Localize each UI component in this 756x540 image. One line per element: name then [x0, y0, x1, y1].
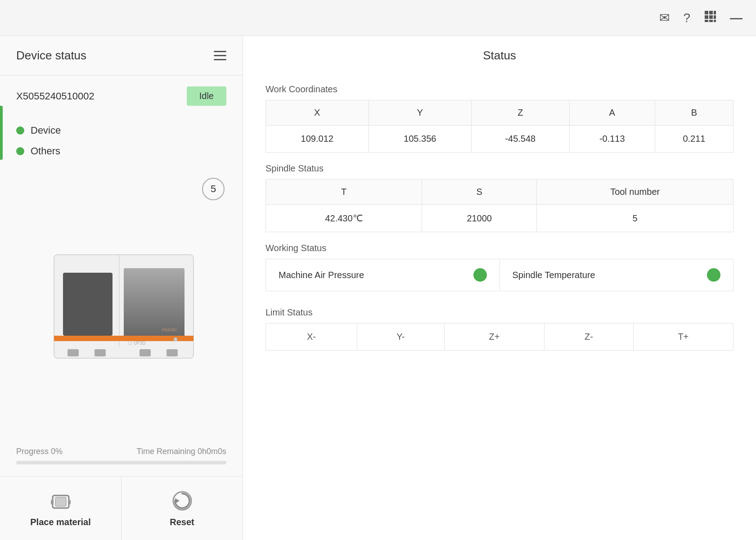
svg-rect-6 [705, 20, 708, 22]
count-badge: 5 [202, 178, 225, 200]
svg-marker-27 [175, 498, 180, 504]
svg-rect-20 [166, 349, 178, 356]
svg-rect-5 [714, 15, 716, 19]
reset-label: Reset [170, 517, 194, 527]
machine-illustration: ⬡ UP3D PS3-DC [40, 241, 202, 367]
machine-air-pressure-cell: Machine Air Pressure [266, 259, 500, 291]
progress-label: Progress 0% [16, 447, 63, 456]
machine-area: 5 ⬡ UP3D PS3-DC [0, 169, 243, 440]
spindle-status-label: Spindle Status [266, 163, 734, 174]
work-coordinates-table: X Y Z A B 109.012 105.356 -45.548 -0.113… [266, 100, 734, 153]
limit-status-label: Limit Status [266, 307, 734, 318]
device-id: X5055240510002 [16, 90, 94, 102]
others-status-item: Others [16, 141, 226, 162]
table-row: 109.012 105.356 -45.548 -0.113 0.211 [266, 126, 734, 153]
limit-t-plus: T+ [633, 324, 733, 351]
reset-button[interactable]: Reset [122, 477, 243, 540]
table-row: X- Y- Z+ Z- T+ [266, 324, 734, 351]
status-badge: Idle [187, 86, 226, 106]
svg-rect-2 [714, 11, 716, 14]
svg-rect-19 [140, 349, 151, 356]
grid-icon[interactable] [704, 10, 716, 26]
coord-z-value: -45.548 [472, 126, 570, 153]
machine-air-pressure-indicator [473, 268, 487, 282]
main-container: Device status X5055240510002 Idle Device… [0, 36, 756, 540]
action-buttons: Place material Reset [0, 476, 243, 540]
spindle-table: T S Tool number 42.430℃ 21000 5 [266, 179, 734, 232]
others-label: Others [31, 145, 60, 157]
progress-section: Progress 0% Time Remaining 0h0m0s [0, 440, 243, 469]
table-row: 42.430℃ 21000 5 [266, 205, 734, 232]
coord-header-z: Z [472, 100, 570, 126]
limit-table: X- Y- Z+ Z- T+ [266, 323, 734, 351]
svg-text:PS3-DC: PS3-DC [162, 328, 177, 332]
spindle-temperature-indicator [707, 268, 720, 282]
progress-bar-bg [16, 461, 226, 464]
svg-rect-18 [94, 349, 106, 356]
device-label: Device [31, 125, 61, 136]
accent-bar [0, 106, 3, 160]
svg-rect-17 [68, 349, 79, 356]
machine-air-pressure-label: Machine Air Pressure [279, 270, 364, 280]
spindle-header-tool: Tool number [537, 180, 734, 205]
panel-header: Device status [0, 36, 243, 76]
svg-text:⬡ UP3D: ⬡ UP3D [128, 341, 145, 346]
coord-y-value: 105.356 [369, 126, 472, 153]
limit-z-plus: Z+ [444, 324, 544, 351]
svg-rect-1 [709, 11, 713, 14]
working-status-row: Machine Air Pressure Spindle Temperature [266, 259, 734, 291]
svg-rect-14 [54, 336, 194, 341]
progress-labels: Progress 0% Time Remaining 0h0m0s [16, 447, 226, 456]
panel-title: Device status [16, 49, 86, 63]
svg-rect-11 [63, 273, 112, 336]
others-status-dot [16, 147, 24, 155]
place-material-button[interactable]: Place material [0, 477, 122, 540]
status-items: Device Others [0, 117, 243, 169]
svg-rect-4 [709, 15, 713, 19]
spindle-tool-value: 5 [537, 205, 734, 232]
mail-icon[interactable]: ✉ [659, 10, 670, 25]
right-panel-title: Status [266, 36, 734, 73]
limit-z-minus: Z- [544, 324, 633, 351]
working-status-label: Working Status [266, 243, 734, 253]
help-icon[interactable]: ? [683, 11, 690, 25]
spindle-temperature-cell: Spindle Temperature [500, 259, 734, 291]
minimize-button[interactable]: — [730, 11, 742, 25]
left-panel: Device status X5055240510002 Idle Device… [0, 36, 243, 540]
top-bar: ✉ ? — [0, 0, 756, 36]
coord-a-value: -0.113 [569, 126, 655, 153]
spindle-t-value: 42.430℃ [266, 205, 422, 232]
svg-rect-3 [705, 15, 708, 19]
svg-rect-23 [55, 497, 66, 506]
right-panel: Status Work Coordinates X Y Z A B 109.01… [243, 36, 756, 540]
svg-rect-25 [68, 500, 71, 504]
work-coordinates-label: Work Coordinates [266, 84, 734, 94]
place-material-icon [49, 489, 72, 513]
place-material-label: Place material [30, 517, 91, 527]
svg-rect-24 [51, 500, 54, 504]
coord-header-x: X [266, 100, 369, 126]
svg-rect-8 [714, 20, 716, 22]
spindle-s-value: 21000 [422, 205, 537, 232]
menu-icon[interactable] [214, 51, 226, 60]
device-status-dot [16, 126, 24, 135]
svg-rect-7 [709, 20, 713, 22]
device-info: X5055240510002 Idle [0, 76, 243, 117]
coord-b-value: 0.211 [655, 126, 733, 153]
spindle-header-t: T [266, 180, 422, 205]
limit-y-minus: Y- [357, 324, 444, 351]
svg-point-21 [174, 338, 177, 341]
time-remaining: Time Remaining 0h0m0s [137, 447, 226, 456]
spindle-temperature-label: Spindle Temperature [513, 270, 595, 280]
coord-header-y: Y [369, 100, 472, 126]
reset-icon [171, 489, 194, 513]
coord-header-b: B [655, 100, 733, 126]
coord-header-a: A [569, 100, 655, 126]
spindle-header-s: S [422, 180, 537, 205]
coord-x-value: 109.012 [266, 126, 369, 153]
device-status-item: Device [16, 120, 226, 141]
svg-rect-0 [705, 11, 708, 14]
limit-x-minus: X- [266, 324, 357, 351]
